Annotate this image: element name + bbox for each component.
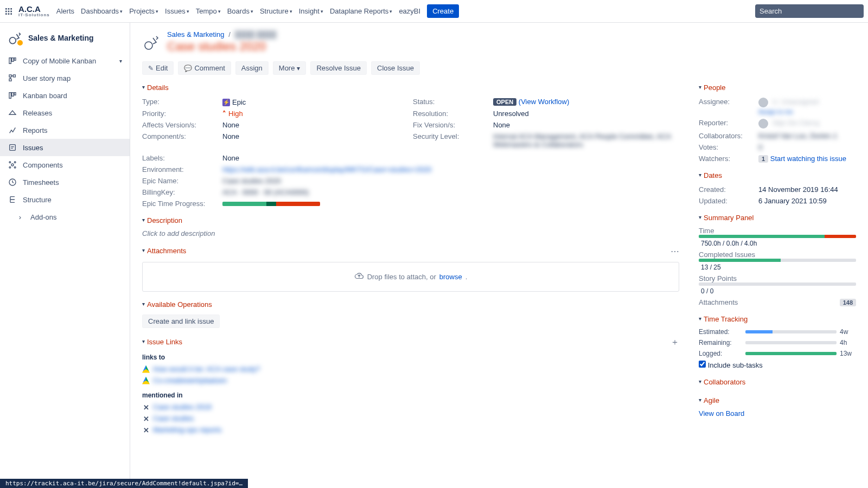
breadcrumb-project[interactable]: Sales & Marketing — [167, 30, 225, 38]
value-assignee[interactable]: U. Unassigned Assign to me — [758, 98, 856, 115]
issue-type-avatar-icon — [142, 33, 162, 52]
create-button[interactable]: Create — [427, 4, 459, 18]
structure-icon — [8, 195, 17, 204]
svg-point-22 — [14, 162, 16, 163]
include-subtasks-input[interactable] — [699, 361, 706, 368]
attachments-dropzone[interactable]: Drop files to attach, or browse. — [142, 262, 679, 292]
chevron-down-icon: ▾ — [119, 58, 122, 64]
app-switcher-icon[interactable] — [2, 5, 15, 18]
link-text: Case studies 2019 — [153, 403, 212, 411]
collapse-icon: ▾ — [142, 84, 145, 90]
section-header-collaborators[interactable]: ▾ Collaborators — [699, 378, 856, 388]
close-button[interactable]: Close Issue — [371, 61, 420, 75]
section-header-dates[interactable]: ▾ Dates — [699, 171, 856, 181]
label-env: Environment: — [142, 165, 218, 174]
section-header-description[interactable]: ▾ Description — [142, 216, 679, 226]
value-fixver: None — [493, 121, 679, 129]
issue-link-row[interactable]: Co-creatiewerkplaatsen — [142, 375, 679, 386]
sidebar-item-timesheets[interactable]: Timesheets — [0, 174, 130, 191]
sidebar-item-user-story-map[interactable]: User story map — [0, 69, 130, 87]
view-workflow-link[interactable]: (View Workflow) — [519, 98, 569, 106]
label-watchers: Watchers: — [699, 155, 758, 163]
nav-item-tempo[interactable]: Tempo▾ — [196, 7, 221, 15]
svg-rect-17 — [12, 93, 14, 97]
value-resolution: Unresolved — [493, 110, 679, 118]
svg-rect-1 — [8, 8, 10, 10]
section-header-agile[interactable]: ▾ Agile — [699, 396, 856, 406]
create-and-link-button[interactable]: Create and link issue — [142, 314, 220, 328]
nav-item-issues[interactable]: Issues▾ — [165, 7, 189, 15]
chevron-down-icon: ▾ — [156, 9, 158, 14]
label-security: Security Level: — [413, 132, 489, 149]
sidebar-item-issues[interactable]: Issues — [0, 139, 130, 156]
more-button[interactable]: More ▾ — [273, 61, 307, 75]
nav-item-dataplane-reports[interactable]: Dataplane Reports▾ — [330, 7, 392, 15]
section-details: ▾ Details Type: ⚡ Epic Status: — [142, 84, 679, 208]
nav-item-dashboards[interactable]: Dashboards▾ — [81, 7, 123, 15]
value-completed: 13 / 25 — [699, 264, 856, 271]
label-affects: Affects Version/s: — [142, 121, 218, 129]
sidebar-item-kanban-board[interactable]: Kanban board — [0, 87, 130, 104]
view-on-board-link[interactable]: View on Board — [699, 409, 744, 418]
nav-item-insight[interactable]: Insight▾ — [299, 7, 323, 15]
svg-rect-10 — [9, 58, 11, 64]
include-subtasks-checkbox[interactable]: Include sub-tasks — [699, 361, 763, 369]
section-header-people[interactable]: ▾ People — [699, 84, 856, 93]
issue-link-row[interactable]: ✕Case studies — [142, 413, 679, 424]
sidebar-item-releases[interactable]: Releases — [0, 104, 130, 121]
issue-link-row[interactable]: How would it be: ACA case study? — [142, 363, 679, 375]
section-header-timetracking[interactable]: ▾ Time Tracking — [699, 315, 856, 325]
sidebar-item-add-ons[interactable]: ›Add-ons — [0, 208, 130, 226]
svg-rect-7 — [8, 13, 10, 15]
nav-item-structure[interactable]: Structure▾ — [260, 7, 292, 15]
browse-link[interactable]: browse — [439, 273, 462, 281]
breadcrumb-key[interactable]: ████ ████ — [234, 30, 276, 38]
issue-link-row[interactable]: ✕Case studies 2019 — [142, 401, 679, 413]
sidebar-item-reports[interactable]: Reports — [0, 121, 130, 139]
description-placeholder[interactable]: Click to add description — [142, 229, 679, 237]
status-badge: OPEN — [493, 98, 516, 106]
value-env[interactable]: https://wiki.aca-it.be/confluence/displa… — [222, 165, 679, 174]
board-selector[interactable]: Copy of Mobile Kanban ▾ — [0, 52, 130, 69]
label-component: Component/s: — [142, 132, 218, 149]
attachments-menu-icon[interactable]: ⋯ — [671, 246, 679, 256]
add-link-icon[interactable]: ＋ — [671, 337, 679, 348]
section-header-summary[interactable]: ▾ Summary Panel — [699, 214, 856, 223]
section-header-attachments[interactable]: ▾ Attachments — [142, 247, 186, 256]
collapse-icon: ▾ — [699, 378, 701, 384]
comment-button[interactable]: 💬 Comment — [178, 61, 231, 75]
section-header-available-ops[interactable]: ▾ Available Operations — [142, 300, 679, 310]
value-epicprogress — [222, 200, 679, 208]
search-input[interactable] — [755, 4, 864, 18]
user-story-map-icon — [8, 73, 17, 83]
label-time: Time — [699, 227, 856, 235]
breadcrumb[interactable]: Sales & Marketing / ████ ████ — [167, 30, 277, 38]
value-security: Internal ACA Management, ACA People Comm… — [493, 132, 679, 149]
value-reporter: Stijn De Clercq — [758, 119, 856, 129]
nav-item-boards[interactable]: Boards▾ — [227, 7, 253, 15]
sidebar-item-label: Structure — [23, 196, 122, 204]
nav-item-projects[interactable]: Projects▾ — [129, 7, 158, 15]
nav-item-alerts[interactable]: Alerts — [56, 7, 74, 15]
section-header-details[interactable]: ▾ Details — [142, 84, 679, 93]
assign-button[interactable]: Assign — [235, 61, 269, 75]
nav-item-eazybi[interactable]: eazyBI — [399, 7, 420, 15]
panel-summary: ▾ Summary Panel Time 750.0h / 0.0h / 4.0… — [699, 214, 856, 306]
label-completed: Completed Issues — [699, 251, 856, 259]
label-remaining: Remaining: — [699, 339, 742, 346]
value-affects: None — [222, 121, 409, 129]
section-header-issue-links[interactable]: ▾ Issue Links — [142, 338, 182, 348]
sidebar-item-label: Issues — [23, 144, 122, 152]
label-assignee: Assignee: — [699, 98, 758, 115]
logo[interactable]: A.C.A IT·Solutions — [18, 5, 50, 17]
epic-progress-bar — [222, 202, 320, 206]
resolve-button[interactable]: Resolve Issue — [310, 61, 367, 75]
issue-link-row[interactable]: ✕Marketing-ops reports — [142, 424, 679, 435]
edit-button[interactable]: ✎ Edit — [142, 61, 174, 75]
label-labels: Labels: — [142, 154, 218, 162]
sidebar-item-structure[interactable]: Structure — [0, 191, 130, 208]
collapse-icon: ▾ — [699, 172, 701, 178]
sidebar-item-components[interactable]: Components — [0, 156, 130, 174]
project-header[interactable]: Sales & Marketing — [0, 30, 130, 52]
watch-link[interactable]: Start watching this issue — [770, 155, 846, 163]
